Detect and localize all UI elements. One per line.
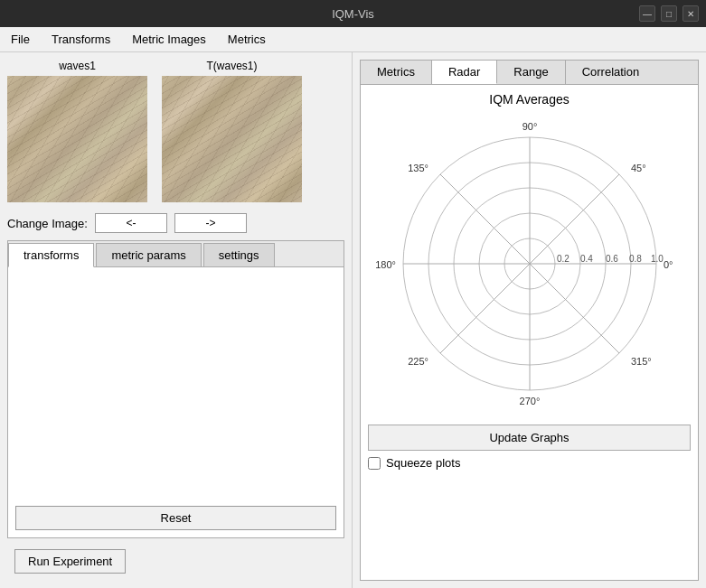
left-panel: waves1 T(waves1) Change Image: <- -> <box>0 52 353 588</box>
update-graphs-button[interactable]: Update Graphs <box>368 425 691 451</box>
rtab-correlation[interactable]: Correlation <box>566 61 656 84</box>
rtab-metrics[interactable]: Metrics <box>361 61 432 84</box>
image1-label: waves1 <box>59 60 96 72</box>
tab-metric-params[interactable]: metric params <box>96 243 201 266</box>
squeeze-row: Squeeze plots <box>368 456 691 470</box>
radar-chart-title: IQM Averages <box>489 92 569 107</box>
close-button[interactable]: ✕ <box>682 5 699 22</box>
ring-label-04: 0.4 <box>580 254 593 264</box>
label-135: 135° <box>408 163 428 173</box>
label-180: 180° <box>376 259 396 270</box>
menu-metrics[interactable]: Metrics <box>224 31 269 48</box>
rtab-range[interactable]: Range <box>497 61 565 84</box>
label-270: 270° <box>519 396 540 406</box>
label-0: 0° <box>664 259 673 270</box>
change-image-row: Change Image: <- -> <box>7 213 344 233</box>
image2-label: T(waves1) <box>206 60 257 72</box>
right-panel: Metrics Radar Range Correlation IQM Aver… <box>353 52 706 588</box>
menu-bar: File Transforms Metric Images Metrics <box>0 27 706 52</box>
image1 <box>7 76 147 202</box>
radar-chart: 90° 45° 0° 315° 270° 225° 180° 135° 0.2 … <box>376 110 683 417</box>
tab-transforms[interactable]: transforms <box>8 243 94 267</box>
radar-svg: 90° 45° 0° 315° 270° 225° 180° 135° 0.2 … <box>376 110 683 417</box>
radar-content: IQM Averages <box>360 85 699 581</box>
window-title: IQM-Vis <box>332 7 374 21</box>
maximize-button[interactable]: □ <box>661 5 677 22</box>
label-90: 90° <box>522 121 537 132</box>
content-area: waves1 T(waves1) Change Image: <- -> <box>0 52 706 588</box>
image1-container: waves1 <box>7 60 147 202</box>
run-experiment-button[interactable]: Run Experiment <box>14 549 126 574</box>
window-controls: — □ ✕ <box>639 5 699 22</box>
ring-label-06: 0.6 <box>606 254 618 264</box>
squeeze-plots-checkbox[interactable] <box>368 457 381 470</box>
main-window: File Transforms Metric Images Metrics wa… <box>0 27 706 588</box>
images-row: waves1 T(waves1) <box>7 60 344 202</box>
svg-line-12 <box>530 264 619 353</box>
rtab-radar[interactable]: Radar <box>432 61 497 84</box>
right-tabs: Metrics Radar Range Correlation <box>360 60 699 85</box>
menu-metric-images[interactable]: Metric Images <box>128 31 210 48</box>
tab-settings[interactable]: settings <box>203 243 275 266</box>
ring-label-02: 0.2 <box>557 254 570 264</box>
minimize-button[interactable]: — <box>639 5 655 22</box>
image2-overlay <box>162 76 302 202</box>
left-tabs-panel: transforms metric params settings Reset <box>7 240 344 538</box>
left-tabs-content <box>8 267 344 502</box>
label-45: 45° <box>631 163 646 173</box>
bottom-controls: Update Graphs Squeeze plots <box>368 425 691 470</box>
reset-button[interactable]: Reset <box>15 506 336 530</box>
change-image-label: Change Image: <box>7 217 88 230</box>
ring-label-08: 0.8 <box>629 254 642 264</box>
menu-file[interactable]: File <box>7 31 33 48</box>
image2 <box>162 76 302 202</box>
svg-line-6 <box>530 174 619 264</box>
prev-image-button[interactable]: <- <box>95 213 167 233</box>
label-225: 225° <box>408 356 428 367</box>
label-315: 315° <box>631 356 652 367</box>
ring-label-10: 1.0 <box>651 254 664 264</box>
reset-area: Reset <box>8 502 344 537</box>
svg-line-10 <box>440 264 530 353</box>
menu-transforms[interactable]: Transforms <box>48 31 114 48</box>
image2-container: T(waves1) <box>162 60 302 202</box>
squeeze-plots-label: Squeeze plots <box>386 456 460 470</box>
title-bar: IQM-Vis — □ ✕ <box>0 0 706 27</box>
image1-overlay <box>7 76 147 202</box>
left-tabs-header: transforms metric params settings <box>8 241 344 267</box>
next-image-button[interactable]: -> <box>174 213 247 233</box>
svg-line-8 <box>440 174 530 264</box>
run-experiment-row: Run Experiment <box>7 546 344 581</box>
